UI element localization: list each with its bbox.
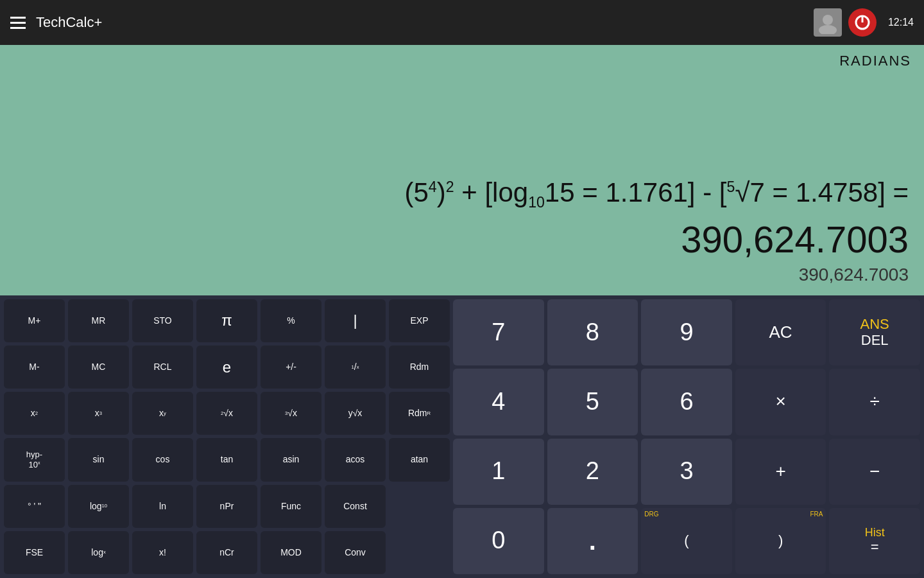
hist-label: Hist (865, 527, 885, 539)
power-icon (853, 13, 871, 31)
app-title: TechCalc+ (36, 14, 102, 31)
const-button[interactable]: Const (325, 485, 386, 528)
sin-button[interactable]: sin (68, 438, 129, 481)
time-display: 12:14 (888, 17, 914, 28)
topbar-left: TechCalc+ (10, 14, 102, 31)
multiply-button[interactable]: × (735, 369, 826, 435)
acos-button[interactable]: acos (325, 438, 386, 481)
ans-del-button[interactable]: ANS DEL (829, 299, 920, 365)
ln-button[interactable]: ln (132, 485, 193, 528)
factorial-button[interactable]: x! (132, 531, 193, 574)
four-button[interactable]: 4 (453, 369, 544, 435)
dot-button[interactable]: . (547, 508, 638, 574)
close-paren: ) (778, 533, 783, 548)
fse-button[interactable]: FSE (4, 531, 65, 574)
sqrt2-button[interactable]: 2√x (196, 392, 257, 435)
x2-button[interactable]: x2 (4, 392, 65, 435)
zero-button[interactable]: 0 (453, 508, 544, 574)
open-paren: ( (684, 533, 689, 548)
right-panel: 7 8 9 AC ANS DEL 4 5 6 × ÷ 1 2 3 + − 0 .… (453, 299, 920, 574)
cos-button[interactable]: cos (132, 438, 193, 481)
mc-button[interactable]: MC (68, 346, 129, 389)
left-panel: M+ MR STO π % | EXP M- MC RCL e +/- 1/x … (4, 299, 453, 574)
three-button[interactable]: 3 (641, 439, 732, 505)
power-button[interactable] (848, 8, 877, 37)
log10-button[interactable]: log10 (68, 485, 129, 528)
divide-button[interactable]: ÷ (829, 369, 920, 435)
x3-button[interactable]: x3 (68, 392, 129, 435)
topbar: TechCalc+ 12:14 (0, 0, 924, 45)
ysqrt-button[interactable]: y√x (325, 392, 386, 435)
bar-button[interactable]: | (325, 299, 386, 342)
ac-button[interactable]: AC (735, 299, 826, 365)
func-button[interactable]: Func (261, 485, 321, 528)
seven-button[interactable]: 7 (453, 299, 544, 365)
m-minus-button[interactable]: M- (4, 346, 65, 389)
sqrt3-button[interactable]: 3√x (261, 392, 321, 435)
rcl-button[interactable]: RCL (132, 346, 193, 389)
npr-button[interactable]: nPr (196, 485, 257, 528)
avatar-icon (816, 11, 839, 34)
two-button[interactable]: 2 (547, 439, 638, 505)
avatar-btn[interactable] (814, 8, 842, 37)
sto-button[interactable]: STO (132, 299, 193, 342)
close-paren-fra-button[interactable]: FRA ) (735, 508, 826, 574)
atan-button[interactable]: atan (389, 438, 450, 481)
equals-label: = (871, 539, 879, 555)
result-main: 390,624.7003 (15, 217, 909, 262)
asin-button[interactable]: asin (261, 438, 321, 481)
xy-button[interactable]: xy (132, 392, 193, 435)
tan-button[interactable]: tan (196, 438, 257, 481)
inv-button[interactable]: 1/x (325, 346, 386, 389)
ncr-button[interactable]: nCr (196, 531, 257, 574)
one-button[interactable]: 1 (453, 439, 544, 505)
expression-display: (54)2 + [log1015 = 1.1761] - [5√7 = 1.47… (15, 175, 909, 212)
six-button[interactable]: 6 (641, 369, 732, 435)
topbar-right: 12:14 (814, 8, 914, 37)
logx-button[interactable]: logx (68, 531, 129, 574)
exp-button[interactable]: EXP (389, 299, 450, 342)
plus-button[interactable]: + (735, 439, 826, 505)
rdmr-button[interactable]: RdmR (389, 392, 450, 435)
eight-button[interactable]: 8 (547, 299, 638, 365)
plus-minus-button[interactable]: +/- (261, 346, 321, 389)
percent-button[interactable]: % (261, 299, 321, 342)
rdm-button[interactable]: Rdm (389, 346, 450, 389)
mod-button[interactable]: MOD (261, 531, 321, 574)
calculator-display: RADIANS (54)2 + [log1015 = 1.1761] - [5√… (0, 45, 924, 295)
m-plus-button[interactable]: M+ (4, 299, 65, 342)
menu-icon[interactable] (10, 17, 26, 29)
mode-label: RADIANS (839, 53, 911, 69)
conv-button[interactable]: Conv (325, 531, 386, 574)
mr-button[interactable]: MR (68, 299, 129, 342)
result-secondary: 390,624.7003 (15, 265, 909, 285)
hyp-button[interactable]: hyp-10x (4, 438, 65, 481)
e-button[interactable]: e (196, 346, 257, 389)
pi-button[interactable]: π (196, 299, 257, 342)
five-button[interactable]: 5 (547, 369, 638, 435)
hist-eq-button[interactable]: Hist = (829, 508, 920, 574)
fra-label: FRA (810, 511, 823, 518)
drg-paren-button[interactable]: DRG ( (641, 508, 732, 574)
keyboard: M+ MR STO π % | EXP M- MC RCL e +/- 1/x … (0, 295, 924, 578)
deg-mode-button[interactable]: ° ' " (4, 485, 65, 528)
drg-label: DRG (644, 511, 658, 518)
nine-button[interactable]: 9 (641, 299, 732, 365)
subtract-button[interactable]: − (829, 439, 920, 505)
svg-point-0 (823, 15, 833, 25)
svg-point-1 (819, 25, 837, 34)
